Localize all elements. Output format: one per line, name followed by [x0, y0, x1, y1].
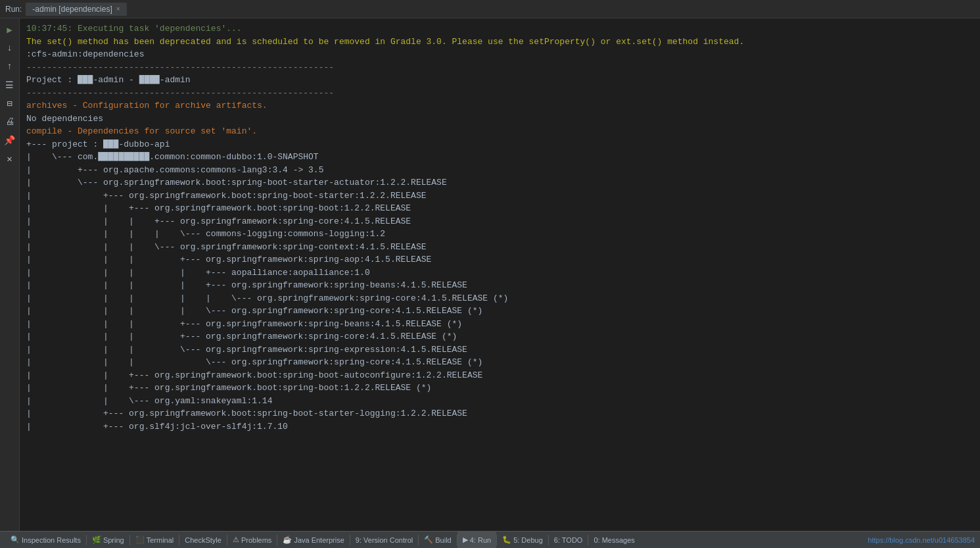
console-line: | \--- com.██████████.common:common-dubb…: [26, 151, 973, 164]
debug-icon: 🐛: [502, 536, 511, 544]
debug-label: 5: Debug: [513, 536, 543, 544]
console-line: | | +--- org.springframework.boot:spring…: [26, 382, 973, 395]
console-line: | +--- org.slf4j:jcl-over-slf4j:1.7.10: [26, 420, 973, 434]
todo-item[interactable]: 6: TODO: [549, 532, 588, 548]
console-line: | | \--- org.yaml:snakeyaml:1.14: [26, 395, 973, 408]
problems-label: Problems: [241, 536, 271, 544]
warning-icon: ⚠: [233, 536, 239, 544]
console-line: | +--- org.springframework.boot:spring-b…: [26, 189, 973, 203]
console-line: | | | \--- org.springframework:spring-ex…: [26, 343, 973, 357]
run-status-icon: ▶: [463, 536, 468, 544]
console-line: No dependencies: [26, 112, 973, 126]
status-bar: 🔍 Inspection Results 🌿 Spring ⬛ Terminal…: [0, 531, 980, 548]
console-line: | | +--- org.springframework.boot:spring…: [26, 202, 973, 215]
console-line: | +--- org.apache.commons:commons-lang3:…: [26, 164, 973, 177]
run-status-label: 4: Run: [470, 536, 491, 544]
tab-close-icon[interactable]: ×: [116, 5, 120, 12]
url-label[interactable]: https://blog.csdn.net/u014653854: [868, 536, 975, 544]
console-area[interactable]: 10:37:45: Executing task 'dependencies'.…: [20, 18, 980, 531]
console-line: | +--- org.springframework.boot:spring-b…: [26, 407, 973, 420]
console-line: | | | +--- org.springframework:spring-co…: [26, 215, 973, 228]
console-line: | | | \--- org.springframework:spring-co…: [26, 241, 973, 254]
version-control-label: 9: Version Control: [356, 536, 413, 544]
scroll-down-button[interactable]: ↓: [3, 41, 17, 55]
debug-item[interactable]: 🐛 5: Debug: [497, 532, 548, 548]
left-sidebar: ▶ ↓ ↑ ☰ ⊟ 🖨 📌 ✕: [0, 18, 20, 531]
console-line: ----------------------------------------…: [26, 61, 973, 74]
console-line: archives - Configuration for archive art…: [26, 99, 973, 112]
main-area: ▶ ↓ ↑ ☰ ⊟ 🖨 📌 ✕ 10:37:45: Executing task…: [0, 18, 980, 531]
console-line: The set() method has been deprecated and…: [26, 36, 973, 49]
spring-label: Spring: [103, 536, 124, 544]
java-enterprise-label: Java Enterprise: [294, 536, 344, 544]
inspection-icon: 🔍: [11, 536, 20, 544]
terminal-icon: ⬛: [135, 536, 145, 544]
console-line: | | | | \--- commons-logging:commons-log…: [26, 228, 973, 241]
version-control-item[interactable]: 9: Version Control: [350, 532, 418, 548]
java-icon: ☕: [283, 536, 292, 544]
console-line: | | | +--- org.springframework:spring-be…: [26, 318, 973, 331]
spring-icon: 🌿: [92, 536, 101, 544]
console-line: | | | +--- org.springframework:spring-co…: [26, 330, 973, 343]
terminal-label: Terminal: [147, 536, 174, 544]
console-line: | | | | \--- org.springframework:spring-…: [26, 305, 973, 318]
console-line: | | | | | \--- org.springframework:sprin…: [26, 292, 973, 305]
java-enterprise-item[interactable]: ☕ Java Enterprise: [277, 532, 349, 548]
inspection-results-label: Inspection Results: [22, 536, 81, 544]
console-line: compile - Dependencies for source set 'm…: [26, 125, 973, 138]
run-item[interactable]: ▶ 4: Run: [457, 532, 496, 548]
toggle-button[interactable]: ⊟: [3, 96, 17, 111]
build-item[interactable]: 🔨 Build: [419, 532, 456, 548]
console-line: +--- project : ███-dubbo-api: [26, 138, 973, 151]
spring-item[interactable]: 🌿 Spring: [87, 532, 129, 548]
console-line: ----------------------------------------…: [26, 87, 973, 100]
problems-item[interactable]: ⚠ Problems: [227, 532, 277, 548]
top-bar: Run: -admin [dependencies] ×: [0, 0, 980, 18]
console-line: | | | | +--- org.springframework:spring-…: [26, 279, 973, 292]
console-line: :cfs-admin:dependencies: [26, 48, 973, 61]
checkstyle-label: CheckStyle: [185, 536, 222, 544]
wrap-button[interactable]: ☰: [3, 78, 17, 92]
console-line: Project : ███-admin - ████-admin: [26, 74, 973, 87]
scroll-up-button[interactable]: ↑: [3, 59, 17, 74]
build-icon: 🔨: [424, 536, 433, 544]
messages-item[interactable]: 0: Messages: [588, 532, 640, 548]
console-line: 10:37:45: Executing task 'dependencies'.…: [26, 22, 973, 36]
console-line: | | | +--- org.springframework:spring-ao…: [26, 253, 973, 266]
console-line: | \--- org.springframework.boot:spring-b…: [26, 176, 973, 189]
run-tab[interactable]: -admin [dependencies] ×: [26, 3, 126, 16]
close-button[interactable]: ✕: [3, 151, 17, 166]
run-label: Run:: [5, 5, 22, 14]
checkstyle-item[interactable]: CheckStyle: [179, 532, 227, 548]
print-button[interactable]: 🖨: [3, 114, 17, 129]
inspection-results-item[interactable]: 🔍 Inspection Results: [5, 532, 86, 548]
tab-label: -admin [dependencies]: [32, 5, 112, 14]
console-line: | | | | +--- aopalliance:aopalliance:1.0: [26, 266, 973, 280]
messages-label: 0: Messages: [594, 536, 634, 544]
console-line: | | +--- org.springframework.boot:spring…: [26, 369, 973, 382]
build-label: Build: [435, 536, 451, 544]
run-button[interactable]: ▶: [3, 22, 17, 37]
terminal-item[interactable]: ⬛ Terminal: [130, 532, 179, 548]
todo-label: 6: TODO: [554, 536, 583, 544]
pin-button[interactable]: 📌: [3, 133, 17, 147]
console-line: | | | \--- org.springframework:spring-co…: [26, 356, 973, 369]
